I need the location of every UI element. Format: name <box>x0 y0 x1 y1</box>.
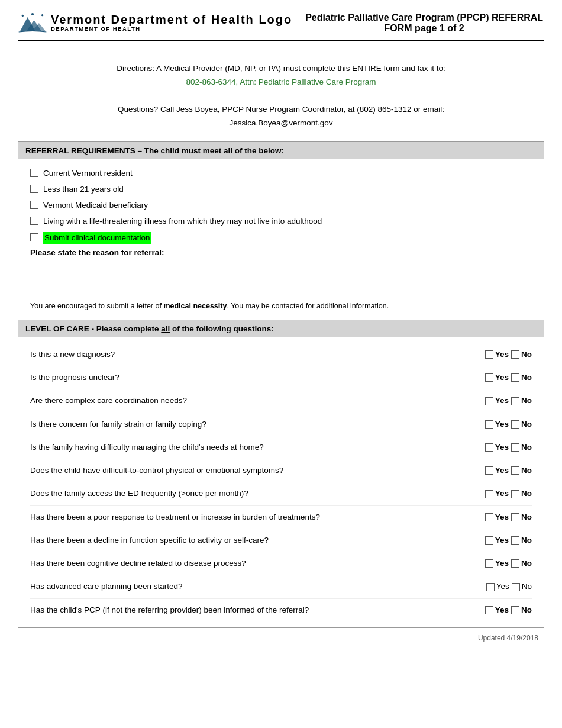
yes-checkbox-4[interactable] <box>485 443 493 452</box>
question-row-3: Is there concern for family strain or fa… <box>30 413 532 436</box>
yes-label-4: Yes <box>495 442 509 453</box>
no-label-10: No <box>522 581 532 592</box>
question-text-0: Is this a new diagnosis? <box>30 349 483 360</box>
yes-label-6: Yes <box>495 488 509 500</box>
yn-boxes-4: Yes No <box>485 442 532 453</box>
yes-label-2: Yes <box>495 395 509 407</box>
question-text-10: Has advanced care planning been started? <box>30 581 484 592</box>
yes-label-9: Yes <box>495 558 509 569</box>
checklist-item-4: Submit clinical documentation <box>30 232 532 244</box>
no-label-5: No <box>521 465 532 476</box>
medical-necessity-note: You are encouraged to submit a letter of… <box>30 298 532 314</box>
yes-label-8: Yes <box>495 534 509 546</box>
yes-checkbox-2[interactable] <box>485 397 493 405</box>
yes-checkbox-7[interactable] <box>485 513 493 521</box>
question-text-5: Does the child have difficult-to-control… <box>30 465 483 476</box>
yn-boxes-10: Yes No <box>486 581 532 592</box>
no-checkbox-7[interactable] <box>511 513 519 521</box>
question-text-1: Is the prognosis unclear? <box>30 372 483 384</box>
yes-checkbox-9[interactable] <box>485 559 493 568</box>
yes-checkbox-5[interactable] <box>485 466 493 475</box>
yes-label-3: Yes <box>495 418 509 430</box>
checklist-item-2: Vermont Medicaid beneficiary <box>30 199 532 211</box>
no-label-11: No <box>521 604 532 616</box>
question-row-9: Has there been cognitive decline related… <box>30 552 532 575</box>
checkbox-0[interactable] <box>30 169 38 177</box>
no-label-3: No <box>521 418 532 430</box>
questions-line: Questions? Call Jess Boyea, PPCP Nurse P… <box>42 103 520 117</box>
yn-boxes-3: Yes No <box>485 418 532 430</box>
no-checkbox-11[interactable] <box>511 606 519 614</box>
question-text-2: Are there complex care coordination need… <box>30 395 483 407</box>
checkbox-4[interactable] <box>30 233 38 241</box>
no-checkbox-4[interactable] <box>511 443 519 452</box>
question-text-7: Has there been a poor response to treatm… <box>30 511 483 523</box>
directions-section: Directions: A Medical Provider (MD, NP, … <box>18 51 544 141</box>
question-text-11: Has the child's PCP (if not the referrin… <box>30 604 483 616</box>
yes-checkbox-6[interactable] <box>485 490 493 498</box>
yes-checkbox-3[interactable] <box>485 420 493 429</box>
checklist-item-0: Current Vermont resident <box>30 167 532 179</box>
question-row-6: Does the family access the ED frequently… <box>30 482 532 505</box>
logo-area: Vermont Department of Health Logo DEPART… <box>18 12 292 34</box>
no-checkbox-6[interactable] <box>511 490 519 498</box>
no-label-6: No <box>521 488 532 500</box>
yn-boxes-7: Yes No <box>485 511 532 523</box>
checklist-section: Current Vermont resident Less than 21 ye… <box>18 159 544 320</box>
yes-checkbox-11[interactable] <box>485 606 493 614</box>
vermont-state-name: Vermont Department of Health Logo <box>51 14 292 25</box>
yes-checkbox-1[interactable] <box>485 373 493 382</box>
question-row-0: Is this a new diagnosis? Yes No <box>30 343 532 366</box>
question-text-6: Does the family access the ED frequently… <box>30 488 483 500</box>
referral-req-header: REFERRAL REQUIREMENTS – The child must m… <box>18 141 544 159</box>
reason-for-referral-label: Please state the reason for referral: <box>30 248 532 257</box>
checklist-item-3: Living with a life-threatening illness f… <box>30 215 532 227</box>
no-label-0: No <box>521 349 532 360</box>
no-checkbox-8[interactable] <box>511 536 519 545</box>
yn-boxes-5: Yes No <box>485 465 532 476</box>
no-label-4: No <box>521 442 532 453</box>
no-checkbox-5[interactable] <box>511 466 519 475</box>
email-address: Jessica.Boyea@vermont.gov <box>42 117 520 130</box>
level-of-care-header: LEVEL OF CARE - Please complete all of t… <box>18 320 544 337</box>
no-checkbox-0[interactable] <box>511 350 519 359</box>
svg-point-4 <box>31 13 34 15</box>
form-title: Pediatric Palliative Care Program (PPCP)… <box>304 12 544 34</box>
yn-boxes-2: Yes No <box>485 395 532 407</box>
no-label-2: No <box>521 395 532 407</box>
question-text-3: Is there concern for family strain or fa… <box>30 418 483 430</box>
question-row-4: Is the family having difficulty managing… <box>30 436 532 459</box>
reason-text-area[interactable] <box>30 258 532 294</box>
dept-name: DEPARTMENT OF HEALTH <box>51 25 141 32</box>
no-checkbox-9[interactable] <box>511 559 519 568</box>
no-checkbox-2[interactable] <box>511 397 519 405</box>
page: Vermont Department of Health Logo DEPART… <box>0 0 562 728</box>
question-row-7: Has there been a poor response to treatm… <box>30 506 532 529</box>
no-checkbox-3[interactable] <box>511 420 519 429</box>
yes-label-11: Yes <box>495 604 509 616</box>
main-form-box: Directions: A Medical Provider (MD, NP, … <box>18 51 544 628</box>
yn-boxes-6: Yes No <box>485 488 532 500</box>
checklist-label-1: Less than 21 years old <box>43 183 124 195</box>
yes-label-0: Yes <box>495 349 509 360</box>
yes-checkbox-10[interactable] <box>486 583 495 591</box>
checklist-label-0: Current Vermont resident <box>43 167 133 179</box>
svg-point-3 <box>22 15 24 17</box>
checkbox-1[interactable] <box>30 185 38 193</box>
question-row-10: Has advanced care planning been started?… <box>30 575 532 598</box>
checklist-label-4: Submit clinical documentation <box>43 232 151 244</box>
no-checkbox-10[interactable] <box>512 583 520 591</box>
no-label-8: No <box>521 534 532 546</box>
question-text-9: Has there been cognitive decline related… <box>30 558 483 569</box>
yn-boxes-9: Yes No <box>485 558 532 569</box>
yes-label-10: Yes <box>496 581 509 592</box>
mountain-icon <box>18 12 47 34</box>
yn-boxes-8: Yes No <box>485 534 532 546</box>
checklist-label-2: Vermont Medicaid beneficiary <box>43 199 148 211</box>
checkbox-3[interactable] <box>30 217 38 225</box>
no-checkbox-1[interactable] <box>511 373 519 382</box>
checkbox-2[interactable] <box>30 201 38 209</box>
yes-checkbox-0[interactable] <box>485 350 493 359</box>
yes-checkbox-8[interactable] <box>485 536 493 545</box>
no-label-7: No <box>521 511 532 523</box>
